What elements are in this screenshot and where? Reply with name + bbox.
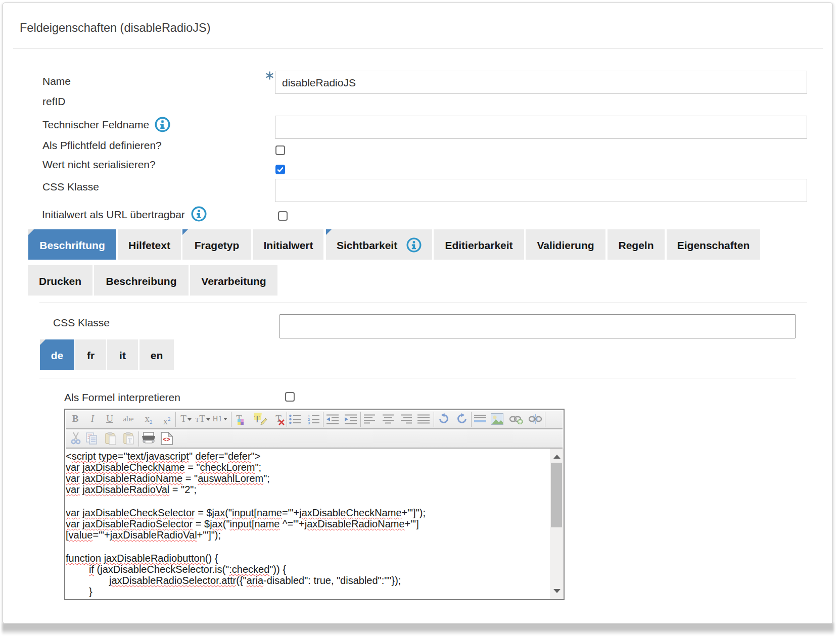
svg-text:<>: <> xyxy=(163,436,170,443)
svg-text:T: T xyxy=(254,414,260,424)
svg-text:T: T xyxy=(128,436,132,444)
svg-text:3: 3 xyxy=(308,421,310,424)
